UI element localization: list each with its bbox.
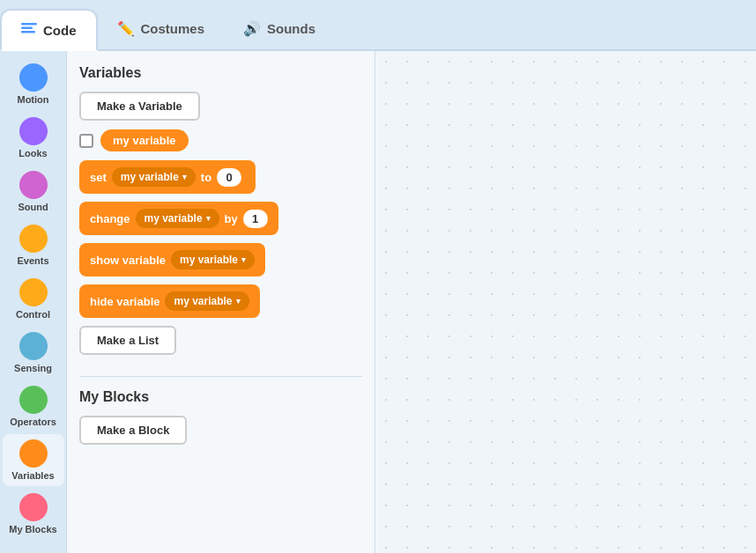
tab-sounds[interactable]: 🔊 Sounds [224,7,335,49]
hide-dropdown-label: my variable [174,295,232,307]
sidebar-label-looks: Looks [19,148,47,159]
make-variable-button[interactable]: Make a Variable [79,92,200,121]
code-icon [21,22,37,38]
hide-variable-block[interactable]: hide variable my variable ▾ [79,284,260,318]
sidebar-item-operators[interactable]: Operators [3,380,64,432]
myblocks-dot [19,493,48,521]
hide-dropdown-arrow: ▾ [236,297,241,306]
tab-costumes[interactable]: ✏️ Costumes [98,7,225,49]
set-dropdown[interactable]: my variable ▾ [112,167,196,187]
my-blocks-section: My Blocks Make a Block [79,389,362,453]
canvas-area [375,51,756,553]
tab-costumes-label: Costumes [141,21,205,36]
sidebar-item-motion[interactable]: Motion [3,58,64,110]
to-label: to [201,171,211,184]
make-block-button[interactable]: Make a Block [79,416,187,445]
sounds-icon: 🔊 [243,20,261,37]
set-label: set [90,171,107,184]
change-variable-block[interactable]: change my variable ▾ by 1 [79,202,278,235]
svg-rect-2 [21,31,35,33]
svg-rect-1 [21,27,33,30]
sidebar-label-sensing: Sensing [14,363,52,373]
sidebar-item-control[interactable]: Control [3,273,64,325]
svg-rect-0 [21,23,37,26]
make-list-button[interactable]: Make a List [79,326,176,355]
set-value-input[interactable]: 0 [217,168,241,187]
change-label: change [90,212,130,225]
sound-dot [19,171,48,199]
motion-dot [19,63,48,92]
change-dropdown-label: my variable [145,212,203,225]
costumes-icon: ✏️ [117,20,135,37]
tab-sounds-label: Sounds [267,21,315,36]
sidebar-item-events[interactable]: Events [3,219,64,271]
by-label: by [225,212,238,225]
show-dropdown-arrow: ▾ [241,255,246,264]
hide-label: hide variable [90,295,159,308]
show-dropdown[interactable]: my variable ▾ [171,250,255,269]
sidebar-label-variables: Variables [11,470,54,481]
sensing-dot [19,332,48,360]
sidebar-label-operators: Operators [10,417,56,427]
events-dot [19,225,48,253]
variables-dot [19,439,48,468]
variables-section: Variables Make a Variable my variable se… [79,65,362,364]
variable-row: my variable [79,129,362,151]
change-dropdown-arrow: ▾ [206,214,211,223]
set-dropdown-label: my variable [121,171,179,183]
operators-dot [19,386,48,414]
change-value-input[interactable]: 1 [243,210,268,228]
sidebar-label-sound: Sound [18,202,48,212]
hide-dropdown[interactable]: my variable ▾ [165,291,248,311]
sidebar-item-looks[interactable]: Looks [3,112,64,164]
control-dot [19,278,48,306]
variables-title: Variables [79,65,362,81]
set-dropdown-arrow: ▾ [182,173,187,181]
tab-code-label: Code [43,23,77,38]
sidebar-item-myblocks[interactable]: My Blocks [3,488,64,540]
show-variable-block[interactable]: show variable my variable ▾ [79,243,265,276]
tab-bar: Code ✏️ Costumes 🔊 Sounds [0,0,756,51]
show-dropdown-label: my variable [180,254,238,266]
set-variable-block[interactable]: set my variable ▾ to 0 [79,160,256,194]
sidebar-item-sensing[interactable]: Sensing [3,327,64,379]
looks-dot [19,117,48,145]
section-divider [79,376,362,377]
blocks-panel: Variables Make a Variable my variable se… [67,51,375,553]
my-blocks-title: My Blocks [79,389,362,405]
sidebar-item-sound[interactable]: Sound [3,166,64,218]
sidebar: Motion Looks Sound Events Control Sensin… [0,51,67,553]
main-area: Motion Looks Sound Events Control Sensin… [0,51,756,553]
sidebar-label-motion: Motion [17,94,48,105]
change-dropdown[interactable]: my variable ▾ [136,209,219,228]
sidebar-label-control: Control [16,309,50,320]
sidebar-label-myblocks: My Blocks [9,524,56,535]
variable-pill[interactable]: my variable [100,129,189,151]
sidebar-item-variables[interactable]: Variables [3,434,64,486]
show-label: show variable [90,254,166,267]
tab-code[interactable]: Code [0,9,98,51]
sidebar-label-events: Events [17,255,48,266]
variable-checkbox[interactable] [79,134,93,148]
